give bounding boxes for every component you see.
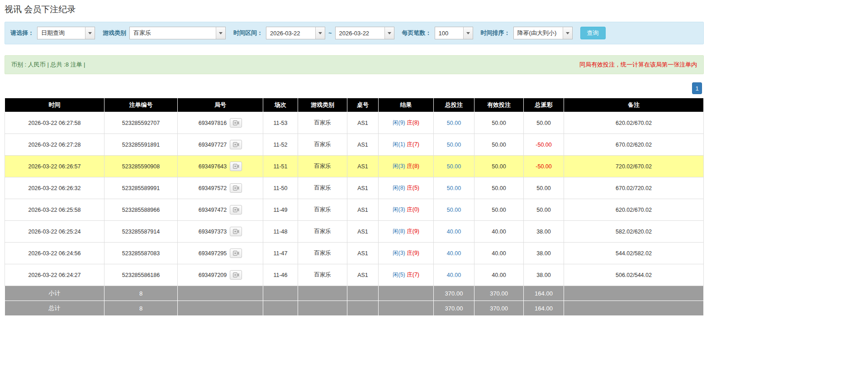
select-type-dropdown-button[interactable] <box>85 27 95 39</box>
page-size-label: 每页笔数： <box>402 29 432 37</box>
cell-bet-id: 523285590908 <box>104 156 178 177</box>
cell-payout: 38.00 <box>524 243 564 264</box>
cell-session: 11-46 <box>263 264 298 286</box>
sort-order-input[interactable] <box>514 27 563 39</box>
round-id-text: 693497727 <box>199 142 227 148</box>
game-type-dropdown-button[interactable] <box>216 27 225 39</box>
cell-session: 11-52 <box>263 134 298 156</box>
cell-bet-id: 523285587083 <box>104 243 178 264</box>
valid-bet-notice-text: 同局有效投注，统一计算在该局第一张注单内 <box>579 61 697 69</box>
cell-table-no: AS1 <box>347 156 379 177</box>
cell-time: 2026-03-22 06:27:28 <box>5 134 104 156</box>
cell-result: 闲(9) 庄(8) <box>379 112 434 134</box>
cell-game-type: 百家乐 <box>298 264 347 286</box>
total-label: 总计 <box>5 301 104 316</box>
date-from-dropdown-button[interactable] <box>315 27 325 39</box>
select-type-input[interactable] <box>38 27 85 39</box>
cell-note: 544.02/582.02 <box>564 243 704 264</box>
total-bet-link[interactable]: 40.00 <box>447 272 461 278</box>
round-id-text: 693497373 <box>199 229 227 235</box>
cell-total-bet: 50.00 <box>434 134 474 156</box>
result-banker-text: 庄(9) <box>407 250 419 256</box>
cell-round-id: 693497295 <box>178 243 263 264</box>
total-count: 8 <box>104 301 178 316</box>
round-video-icon[interactable] <box>230 183 242 193</box>
result-banker-text: 庄(8) <box>407 163 419 169</box>
chevron-down-icon <box>88 32 92 34</box>
round-id-text: 693497643 <box>199 163 227 170</box>
sort-order-dropdown-button[interactable] <box>563 27 572 39</box>
cell-payout: 38.00 <box>524 221 564 243</box>
cell-note: 620.02/670.02 <box>564 112 704 134</box>
cell-valid-bet: 40.00 <box>474 221 524 243</box>
page-size-combobox <box>435 27 473 39</box>
result-banker-text: 庄(8) <box>407 119 419 126</box>
result-player-text: 闲(8) <box>393 185 405 191</box>
cell-game-type: 百家乐 <box>298 243 347 264</box>
date-to-input[interactable] <box>336 27 384 39</box>
cell-valid-bet: 50.00 <box>474 134 524 156</box>
time-range-label: 时间区间： <box>233 29 263 37</box>
header-time: 时间 <box>5 98 104 112</box>
header-payout: 总派彩 <box>524 98 564 112</box>
cell-time: 2026-03-22 06:24:56 <box>5 243 104 264</box>
page-1-button[interactable]: 1 <box>692 82 702 94</box>
date-to-combobox <box>335 27 394 39</box>
date-to-dropdown-button[interactable] <box>384 27 394 39</box>
header-total-bet: 总投注 <box>434 98 474 112</box>
cell-bet-id: 523285591891 <box>104 134 178 156</box>
search-button[interactable]: 查询 <box>580 27 606 39</box>
round-video-icon[interactable] <box>230 118 242 128</box>
total-bet-link[interactable]: 40.00 <box>447 250 461 257</box>
cell-table-no: AS1 <box>347 221 379 243</box>
total-bet-link[interactable]: 50.00 <box>447 142 461 148</box>
round-video-icon[interactable] <box>230 162 242 171</box>
total-bet-link[interactable]: 40.00 <box>447 229 461 235</box>
cell-table-no: AS1 <box>347 243 379 264</box>
subtotal-payout: 164.00 <box>524 286 564 301</box>
subtotal-total-bet: 370.00 <box>434 286 474 301</box>
cell-game-type: 百家乐 <box>298 199 347 221</box>
page-size-input[interactable] <box>435 27 463 39</box>
chevron-down-icon <box>318 32 322 34</box>
cell-time: 2026-03-22 06:26:57 <box>5 156 104 177</box>
result-player-text: 闲(5) <box>393 272 405 278</box>
cell-payout: 50.00 <box>524 177 564 199</box>
cell-payout: 38.00 <box>524 264 564 286</box>
cell-note: 582.02/620.02 <box>564 221 704 243</box>
cell-result: 闲(3) 庄(8) <box>379 156 434 177</box>
cell-total-bet: 40.00 <box>434 221 474 243</box>
sort-order-combobox <box>513 27 573 39</box>
cell-session: 11-48 <box>263 221 298 243</box>
round-video-icon[interactable] <box>230 140 242 149</box>
table-body: 2026-03-22 06:27:58 523285592707 6934978… <box>5 112 704 286</box>
total-row: 总计 8 370.00 370.00 164.00 <box>5 301 704 316</box>
result-banker-text: 庄(9) <box>407 228 419 234</box>
header-bet-id: 注单编号 <box>104 98 178 112</box>
subtotal-count: 8 <box>104 286 178 301</box>
round-video-icon[interactable] <box>230 270 242 280</box>
cell-session: 11-53 <box>263 112 298 134</box>
cell-round-id: 693497373 <box>178 221 263 243</box>
cell-session: 11-50 <box>263 177 298 199</box>
total-bet-link[interactable]: 50.00 <box>447 120 461 126</box>
cell-valid-bet: 50.00 <box>474 177 524 199</box>
total-bet-link[interactable]: 50.00 <box>447 185 461 191</box>
total-bet-link[interactable]: 50.00 <box>447 207 461 213</box>
table-row: 2026-03-22 06:26:32 523285589991 6934975… <box>5 177 704 199</box>
round-video-icon[interactable] <box>230 227 242 236</box>
cell-total-bet: 50.00 <box>434 177 474 199</box>
total-bet-link[interactable]: 50.00 <box>447 163 461 170</box>
result-player-text: 闲(3) <box>393 163 405 169</box>
round-video-icon[interactable] <box>230 248 242 258</box>
date-from-input[interactable] <box>266 27 315 39</box>
game-type-input[interactable] <box>130 27 216 39</box>
summary-bar: 币别 : 人民币 | 总共 :8 注单 | 同局有效投注，统一计算在该局第一张注… <box>5 55 704 74</box>
table-header-row: 时间 注单编号 局号 场次 游戏类别 桌号 结果 总投注 有效投注 总派彩 备注 <box>5 98 704 112</box>
cell-result: 闲(8) 庄(5) <box>379 177 434 199</box>
page-size-dropdown-button[interactable] <box>463 27 473 39</box>
header-session: 场次 <box>263 98 298 112</box>
filter-bar: 请选择： 游戏类别 时间区间： ~ 每页笔数： 时间排序： <box>5 22 704 44</box>
cell-payout: 50.00 <box>524 199 564 221</box>
round-video-icon[interactable] <box>230 205 242 215</box>
